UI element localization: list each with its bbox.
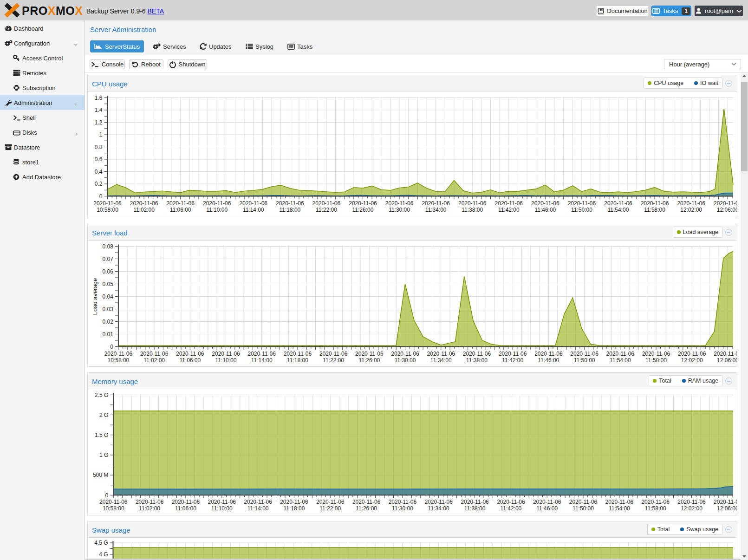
svg-text:10:58:00: 10:58:00 xyxy=(103,505,124,512)
svg-text:11:26:00: 11:26:00 xyxy=(356,505,377,512)
svg-text:11:54:00: 11:54:00 xyxy=(610,357,631,364)
svg-text:2020-11-06: 2020-11-06 xyxy=(136,499,164,505)
svg-text:2020-11-06: 2020-11-06 xyxy=(714,351,737,357)
svg-text:2020-11-06: 2020-11-06 xyxy=(534,351,563,357)
svg-text:2020-11-06: 2020-11-06 xyxy=(642,351,670,357)
svg-text:11:50:00: 11:50:00 xyxy=(571,207,592,213)
svg-text:11:18:00: 11:18:00 xyxy=(287,357,308,364)
svg-text:2020-11-06: 2020-11-06 xyxy=(424,499,453,505)
svg-text:11:22:00: 11:22:00 xyxy=(316,207,337,213)
svg-text:2020-11-06: 2020-11-06 xyxy=(389,499,417,505)
svg-text:2020-11-06: 2020-11-06 xyxy=(176,351,204,357)
svg-text:0.2: 0.2 xyxy=(95,181,103,187)
svg-text:2020-11-06: 2020-11-06 xyxy=(276,200,304,207)
svg-text:2020-11-06: 2020-11-06 xyxy=(240,200,268,207)
svg-text:10:58:00: 10:58:00 xyxy=(97,207,118,213)
svg-text:1.4: 1.4 xyxy=(95,107,103,113)
svg-text:0.6: 0.6 xyxy=(95,156,103,163)
svg-text:2020-11-06: 2020-11-06 xyxy=(422,200,450,207)
svg-text:12:02:00: 12:02:00 xyxy=(681,357,703,364)
svg-text:11:02:00: 11:02:00 xyxy=(143,357,165,364)
svg-text:11:30:00: 11:30:00 xyxy=(389,207,410,213)
svg-text:11:18:00: 11:18:00 xyxy=(279,207,300,213)
svg-text:2020-11-06: 2020-11-06 xyxy=(130,200,158,207)
svg-text:2020-11-06: 2020-11-06 xyxy=(385,200,414,207)
svg-text:12:06:00: 12:06:00 xyxy=(717,357,737,364)
svg-text:2020-11-06: 2020-11-06 xyxy=(355,351,384,357)
svg-text:2020-11-06: 2020-11-06 xyxy=(172,499,200,505)
svg-text:500 M: 500 M xyxy=(93,472,108,478)
svg-text:2020-11-06: 2020-11-06 xyxy=(568,200,596,207)
svg-text:2020-11-06: 2020-11-06 xyxy=(677,200,705,207)
svg-text:2020-11-06: 2020-11-06 xyxy=(244,499,272,505)
svg-text:2020-11-06: 2020-11-06 xyxy=(104,351,133,357)
svg-text:11:54:00: 11:54:00 xyxy=(608,207,629,213)
svg-text:2020-11-06: 2020-11-06 xyxy=(570,351,598,357)
svg-text:11:06:00: 11:06:00 xyxy=(175,505,196,512)
svg-text:11:34:00: 11:34:00 xyxy=(428,505,449,512)
svg-text:2020-11-06: 2020-11-06 xyxy=(316,499,345,505)
svg-text:2020-11-06: 2020-11-06 xyxy=(604,200,632,207)
svg-text:4 G: 4 G xyxy=(99,551,108,558)
svg-text:2020-11-06: 2020-11-06 xyxy=(247,351,276,357)
svg-text:2020-11-06: 2020-11-06 xyxy=(319,351,348,357)
svg-text:0.07: 0.07 xyxy=(103,256,114,262)
svg-text:2.5 G: 2.5 G xyxy=(95,392,108,398)
svg-text:1: 1 xyxy=(99,131,103,138)
svg-text:2020-11-06: 2020-11-06 xyxy=(641,499,670,505)
svg-text:2020-11-06: 2020-11-06 xyxy=(458,200,487,207)
svg-text:Load average: Load average xyxy=(91,278,98,315)
svg-text:11:58:00: 11:58:00 xyxy=(645,505,666,512)
svg-text:11:02:00: 11:02:00 xyxy=(139,505,160,512)
svg-text:2020-11-06: 2020-11-06 xyxy=(463,351,491,357)
svg-text:11:30:00: 11:30:00 xyxy=(392,505,413,512)
svg-text:4.5 G: 4.5 G xyxy=(94,540,108,546)
svg-text:2020-11-06: 2020-11-06 xyxy=(280,499,308,505)
svg-text:2020-11-06: 2020-11-06 xyxy=(605,499,634,505)
svg-text:2020-11-06: 2020-11-06 xyxy=(312,200,341,207)
svg-text:2020-11-06: 2020-11-06 xyxy=(606,351,635,357)
svg-text:0.02: 0.02 xyxy=(103,319,114,325)
svg-text:11:42:00: 11:42:00 xyxy=(498,207,520,213)
svg-text:1 G: 1 G xyxy=(99,452,108,458)
svg-text:11:10:00: 11:10:00 xyxy=(206,207,228,213)
svg-text:12:02:00: 12:02:00 xyxy=(681,505,702,512)
svg-text:2020-11-06: 2020-11-06 xyxy=(212,351,240,357)
svg-text:0.04: 0.04 xyxy=(103,293,114,300)
svg-text:11:14:00: 11:14:00 xyxy=(247,505,269,512)
svg-text:2020-11-06: 2020-11-06 xyxy=(349,200,377,207)
svg-text:11:42:00: 11:42:00 xyxy=(500,505,521,512)
svg-text:2020-11-06: 2020-11-06 xyxy=(497,499,525,505)
svg-text:1.6: 1.6 xyxy=(95,95,103,101)
svg-text:11:18:00: 11:18:00 xyxy=(284,505,305,512)
svg-text:1.2: 1.2 xyxy=(95,119,103,126)
svg-text:2020-11-06: 2020-11-06 xyxy=(678,351,706,357)
svg-text:0.06: 0.06 xyxy=(103,268,114,275)
svg-text:11:58:00: 11:58:00 xyxy=(644,207,665,213)
svg-text:2020-11-06: 2020-11-06 xyxy=(391,351,419,357)
svg-text:11:46:00: 11:46:00 xyxy=(538,357,559,364)
svg-text:0.05: 0.05 xyxy=(103,281,114,287)
svg-text:2020-11-06: 2020-11-06 xyxy=(284,351,312,357)
svg-text:11:50:00: 11:50:00 xyxy=(572,505,594,512)
svg-text:2020-11-06: 2020-11-06 xyxy=(352,499,381,505)
svg-text:2020-11-06: 2020-11-06 xyxy=(499,351,527,357)
svg-text:2020-11-06: 2020-11-06 xyxy=(714,499,737,505)
svg-text:11:06:00: 11:06:00 xyxy=(179,357,201,364)
svg-text:11:22:00: 11:22:00 xyxy=(323,357,344,364)
svg-text:11:38:00: 11:38:00 xyxy=(462,207,483,213)
svg-text:11:10:00: 11:10:00 xyxy=(211,505,233,512)
svg-text:2020-11-06: 2020-11-06 xyxy=(93,200,122,207)
svg-text:12:06:00: 12:06:00 xyxy=(717,207,737,213)
svg-text:0.03: 0.03 xyxy=(103,306,114,313)
svg-text:12:06:00: 12:06:00 xyxy=(717,505,737,512)
svg-text:2020-11-06: 2020-11-06 xyxy=(677,499,706,505)
svg-text:2020-11-06: 2020-11-06 xyxy=(203,200,231,207)
svg-text:11:38:00: 11:38:00 xyxy=(466,357,488,364)
svg-text:11:58:00: 11:58:00 xyxy=(645,357,667,364)
svg-text:2020-11-06: 2020-11-06 xyxy=(427,351,455,357)
svg-text:0.01: 0.01 xyxy=(103,331,114,338)
svg-text:2020-11-06: 2020-11-06 xyxy=(208,499,236,505)
svg-text:2020-11-06: 2020-11-06 xyxy=(569,499,598,505)
svg-text:2020-11-06: 2020-11-06 xyxy=(461,499,489,505)
